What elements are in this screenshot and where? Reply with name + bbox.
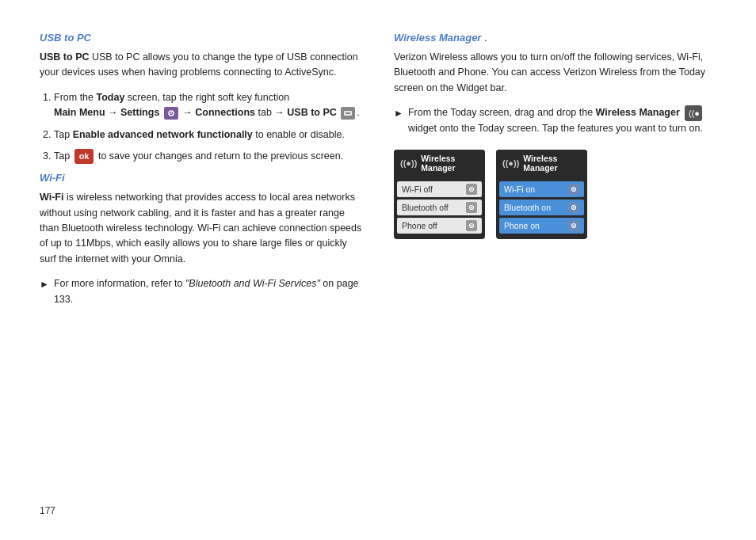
wm-wifi-on-label: Wi-Fi on [504, 184, 535, 194]
wifi-title: Wi-Fi [40, 172, 362, 184]
right-column: Wireless Manager . Verizon Wireless allo… [394, 32, 716, 489]
connections-bold: → Connections [182, 107, 255, 118]
wm-bold: Wireless Manager [596, 107, 680, 118]
wm-widget-on-header: ((●)) Wireless Manager [496, 150, 587, 176]
svg-point-6 [471, 188, 472, 190]
wm-bullet-arrow-icon: ► [394, 106, 403, 121]
wm-widget-off-header: ((●)) Wireless Manager [394, 150, 485, 176]
wm-bluetooth-on-row: Bluetooth on [499, 200, 584, 215]
wm-title: Wireless Manager . [394, 32, 487, 44]
step-1: From the Today screen, tap the right sof… [54, 90, 362, 121]
wifi-bullet-text: For more information, refer to "Bluetoot… [54, 276, 362, 307]
wm-wifi-off-gear [466, 184, 477, 195]
content-area: USB to PC USB to PC USB to PC allows you… [40, 32, 716, 489]
ok-button-icon: ok [74, 149, 94, 164]
wm-bluetooth-off-row: Bluetooth off [397, 200, 482, 215]
usb-section: USB to PC USB to PC USB to PC allows you… [40, 32, 362, 164]
step-1-nav: Main Menu → Settings → Connections tab →… [54, 107, 360, 118]
wm-signal-icon-on: ((●)) [502, 158, 519, 168]
page: USB to PC USB to PC USB to PC allows you… [0, 0, 756, 540]
step-3: Tap ok to save your changes and return t… [54, 149, 362, 164]
wm-bullet-text: From the Today screen, drag and drop the… [408, 105, 716, 136]
wm-widget-off-title: Wireless Manager [421, 154, 479, 173]
step-2: Tap Enable advanced network functionally… [54, 127, 362, 143]
usb-bold: USB to PC [40, 51, 90, 63]
step-2-bold: Enable advanced network functionally [73, 129, 253, 140]
usb-to-pc-bold: → USB to PC [274, 107, 336, 118]
wm-phone-on-gear [568, 220, 579, 231]
wm-title-dot: . [484, 32, 487, 44]
usb-icon-inline [341, 107, 355, 120]
usb-title: USB to PC [40, 32, 362, 44]
left-column: USB to PC USB to PC USB to PC allows you… [40, 32, 362, 489]
wm-phone-off-row: Phone off [397, 218, 482, 234]
svg-point-1 [170, 112, 172, 114]
wifi-section: Wi-Fi Wi-Fi is wireless networking that … [40, 172, 362, 307]
wm-phone-on-label: Phone on [504, 221, 540, 230]
svg-point-8 [471, 207, 472, 208]
wifi-body: Wi-Fi is wireless networking that provid… [40, 190, 362, 267]
wm-bluetooth-on-label: Bluetooth on [504, 203, 551, 212]
wm-wifi-off-label: Wi-Fi off [402, 184, 433, 194]
svg-point-12 [573, 188, 575, 190]
wm-widget-icon: ((●)) [685, 105, 702, 121]
wifi-bold: Wi-Fi [40, 192, 63, 203]
wm-body: Verizon Wireless allows you to turn on/o… [394, 50, 716, 96]
wm-wifi-on-gear [568, 184, 579, 195]
svg-rect-3 [346, 112, 350, 114]
usb-intro: USB to PC USB to PC allows you to change… [40, 50, 362, 81]
wm-section: Wireless Manager . Verizon Wireless allo… [394, 32, 716, 239]
wm-bluetooth-on-gear [568, 202, 579, 213]
wm-title-text: Wireless Manager [394, 32, 481, 44]
bullet-arrow-icon: ► [40, 277, 49, 292]
main-menu-bold: Main Menu → Settings [54, 107, 159, 118]
wm-phone-off-gear [466, 220, 477, 231]
wireless-widgets: ((●)) Wireless Manager Wi-Fi off [394, 150, 716, 239]
today-bold: Today [97, 92, 125, 103]
settings-icon-inline [164, 107, 178, 120]
page-number: 177 [40, 489, 716, 516]
wm-phone-off-label: Phone off [402, 221, 437, 230]
wm-phone-on-row: Phone on [499, 218, 584, 234]
wifi-bullet: ► For more information, refer to "Blueto… [40, 276, 362, 307]
wm-signal-icon-off: ((●)) [400, 158, 417, 168]
wm-widget-on-title: Wireless Manager [523, 154, 581, 173]
svg-point-10 [471, 225, 472, 226]
wm-bluetooth-off-label: Bluetooth off [402, 203, 449, 212]
wm-widget-on: ((●)) Wireless Manager Wi-Fi on [496, 150, 587, 239]
wm-widget-off: ((●)) Wireless Manager Wi-Fi off [394, 150, 485, 239]
usb-steps: From the Today screen, tap the right sof… [54, 90, 362, 165]
svg-point-16 [573, 225, 575, 226]
wm-bullet: ► From the Today screen, drag and drop t… [394, 105, 716, 136]
wm-wifi-on-row: Wi-Fi on [499, 181, 584, 197]
wm-wifi-off-row: Wi-Fi off [397, 181, 482, 197]
wm-bluetooth-off-gear [466, 202, 477, 213]
wifi-reference-italic: "Bluetooth and Wi-Fi Services" [185, 278, 320, 289]
svg-text:((●)): ((●)) [689, 108, 700, 118]
svg-point-14 [573, 207, 575, 208]
